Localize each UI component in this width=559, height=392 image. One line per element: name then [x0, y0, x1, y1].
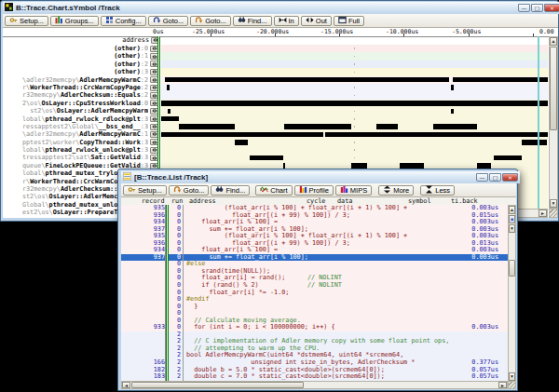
list-setup-button[interactable]: Setup...	[123, 185, 167, 196]
button-label: In	[289, 17, 294, 25]
scrollbar-thumb[interactable]	[550, 47, 557, 130]
column-header-record[interactable]: record	[142, 197, 165, 205]
scroll-up-icon[interactable]: ▲	[509, 206, 515, 214]
chart-track	[161, 146, 548, 154]
execution-bar	[477, 163, 491, 168]
ruler-label: -25.000us	[192, 28, 225, 35]
execution-bar	[522, 140, 547, 144]
chart-symbol-row[interactable]: tressapptest2\sat\Sat::GetValid:3	[3, 154, 548, 161]
chart-column-header: address	[3, 36, 558, 45]
resize-grip[interactable]	[549, 209, 558, 218]
chart-symbol-row[interactable]: ressapptest2\Global\__bss_end__:3	[3, 123, 548, 130]
chart-goto-button[interactable]: Goto...	[190, 16, 231, 26]
resize-grip[interactable]	[508, 381, 516, 389]
ruler-label: -15.000us	[320, 28, 353, 35]
chart-symbol-row[interactable]: r\WorkerThread::CrcWarmCopyPage:2	[3, 84, 548, 91]
chart-symbol-row[interactable]: 2\os\OsLayer::CpuStressWorkload:0	[3, 100, 548, 107]
button-label: Profile	[309, 186, 329, 195]
scroll-right-icon[interactable]: ►	[498, 382, 507, 388]
scroll-down-icon[interactable]: ▼	[550, 199, 557, 208]
chart-setup-button[interactable]: Setup...	[5, 16, 48, 26]
chart-find-button[interactable]: Find...	[233, 16, 272, 26]
chart-track	[161, 130, 548, 138]
column-header-cycle[interactable]: cycle	[307, 197, 325, 205]
chart-symbol-row[interactable]: \adler32memcpy\AdlerMemcpyWarmC:2	[3, 76, 548, 84]
column-header-run[interactable]: run	[171, 197, 183, 205]
button-label: Goto...	[205, 17, 226, 25]
list-mips-button[interactable]: MIPS	[335, 185, 372, 196]
list-goto-button[interactable]: Goto...	[169, 185, 210, 196]
chart-vertical-scrollbar[interactable]: ▲ ▼	[549, 36, 558, 209]
chart-symbol-row[interactable]: r32memcpy\AdlerChecksum::Equals:2	[3, 91, 548, 99]
list-less-button[interactable]: Less	[420, 185, 455, 196]
chart-window-title: B::Trace.Chart.sYmbol /Track	[16, 4, 120, 12]
list-profile-button[interactable]: Profile	[294, 185, 334, 196]
list-find-button[interactable]: Find...	[211, 185, 250, 196]
scroll-down-icon[interactable]: ▼	[509, 224, 515, 233]
close-button[interactable]: ×	[544, 4, 559, 12]
list-window-titlebar[interactable]: [B::Trace.List /Track] — □ ×	[121, 171, 520, 183]
symbol-label: pptest2\worker\CopyThread::Work:3	[3, 139, 148, 146]
chart-config-button[interactable]: Config...	[101, 16, 146, 26]
chart-symbol-row[interactable]: pptest2\worker\CopyThread::Work:3	[3, 139, 548, 146]
chart-window-titlebar[interactable]: B::Trace.Chart.sYmbol /Track — □ ×	[3, 2, 559, 14]
close-button[interactable]: ×	[502, 173, 518, 182]
list-more-button[interactable]: More	[378, 185, 414, 196]
chart-groups-button[interactable]: Groups...	[50, 16, 99, 26]
chart-symbol-row[interactable]: \adler32memcpy\AdlerMemcpyWarmC:1	[3, 130, 548, 138]
list-vertical-scrollbar[interactable]: ▲ ■ ▼ ▼	[508, 205, 516, 381]
column-header-address[interactable]: address	[189, 197, 216, 205]
source-code: }	[194, 304, 198, 311]
chart-track	[161, 76, 548, 84]
scrollbar-thumb[interactable]	[509, 260, 515, 277]
scroll-right-icon[interactable]: ►	[539, 210, 547, 217]
button-label: More	[393, 186, 409, 195]
chart-symbol-row[interactable]: lobal\pthread_rwlock_rdlock@plt:3	[3, 115, 548, 123]
chart-symbol-row[interactable]: (other):2	[3, 61, 548, 68]
ruler-label: 0us	[153, 28, 164, 35]
column-header-data[interactable]: data	[337, 197, 352, 205]
maximize-button[interactable]: □	[489, 173, 501, 182]
chart-out-button[interactable]: Out	[301, 16, 332, 26]
scroll-down-icon[interactable]: ▼	[509, 372, 515, 381]
chart-track	[161, 139, 548, 146]
scrollbar-thumb[interactable]	[131, 382, 304, 388]
maximize-button[interactable]: □	[531, 4, 543, 12]
symbol-label: (other):2	[3, 61, 148, 68]
trace-list-row[interactable]: 1832double c = 7.0 * static_cast<double>…	[121, 373, 508, 381]
chart-in-button[interactable]: In	[274, 16, 299, 26]
t32-icon	[5, 3, 13, 13]
chart-full-button[interactable]: Full	[334, 16, 364, 26]
key-icon	[128, 185, 136, 196]
chart-goto-button[interactable]: Goto...	[148, 16, 189, 26]
chart-icon	[260, 185, 268, 196]
button-label: MIPS	[350, 186, 367, 195]
column-header-symbol[interactable]: symbol	[408, 197, 431, 205]
execution-bar	[179, 124, 235, 128]
profile-icon	[299, 185, 307, 196]
minimize-button[interactable]: —	[518, 4, 530, 12]
chart-symbol-row[interactable]: st2\os\OsLayer::AdlerMemcpyWarm	[3, 107, 548, 115]
chart-symbol-row[interactable]: (other):1	[3, 52, 548, 60]
execution-bar	[451, 85, 454, 89]
scroll-indicator[interactable]: ■	[509, 215, 515, 223]
chart-track	[161, 107, 548, 115]
list-horizontal-scrollbar[interactable]: ◄ ►	[121, 381, 508, 389]
button-label: Out	[316, 17, 327, 25]
symbol-label: st2\os\OsLayer::AdlerMemcpyWarm	[3, 107, 148, 115]
chart-track	[161, 84, 548, 91]
source-code: #endif	[186, 296, 210, 304]
scroll-left-icon[interactable]: ◄	[122, 382, 130, 388]
execution-bar	[376, 124, 398, 128]
execution-bar	[453, 77, 548, 82]
button-label: Full	[348, 17, 360, 25]
list-chart-button[interactable]: Chart	[255, 185, 292, 196]
scroll-up-icon[interactable]: ▲	[550, 37, 557, 46]
chart-symbol-row[interactable]: (other):0	[3, 45, 548, 52]
chart-symbol-row[interactable]: lobal\pthread_rwlock_unlock@plt:3	[3, 146, 548, 154]
column-header-ti-back[interactable]: ti.back	[451, 197, 478, 205]
symbol-label: ressapptest2\Global\__bss_end__:3	[3, 123, 148, 130]
chart-track	[161, 91, 548, 99]
minimize-button[interactable]: —	[476, 173, 488, 182]
chart-symbol-row[interactable]: (other):3	[3, 68, 548, 75]
